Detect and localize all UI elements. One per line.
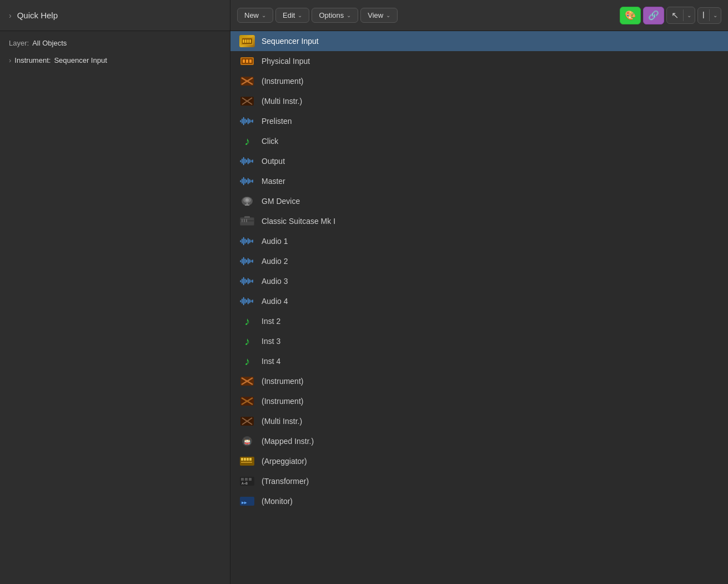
svg-rect-2 — [243, 39, 244, 43]
list-item[interactable]: Sequencer Input — [230, 31, 728, 51]
list-item[interactable]: Physical Input — [230, 51, 728, 71]
list-item-label: Master — [262, 177, 285, 186]
options-button[interactable]: Options ⌄ — [312, 8, 358, 23]
list-item[interactable]: (Instrument) — [230, 391, 728, 411]
text-cursor-icon: I — [702, 11, 705, 21]
list-item[interactable]: 🥁 (Mapped Instr.) — [230, 431, 728, 451]
svg-rect-84 — [242, 299, 243, 304]
options-chevron-icon: ⌄ — [347, 12, 351, 18]
svg-rect-19 — [243, 117, 244, 125]
svg-text:A→B: A→B — [242, 481, 248, 485]
svg-rect-22 — [248, 118, 249, 124]
list-item-label: (Monitor) — [262, 497, 293, 506]
link-icon: 🔗 — [648, 10, 659, 21]
instrument-value: Sequencer Input — [54, 56, 107, 64]
cursor-tool-chevron[interactable]: ⌄ — [683, 9, 695, 21]
list-item-label: Audio 3 — [262, 277, 288, 286]
list-item[interactable]: ▶▶ (Monitor) — [230, 491, 728, 511]
svg-rect-62 — [249, 239, 250, 243]
svg-rect-82 — [252, 279, 253, 282]
svg-point-46 — [245, 198, 249, 202]
list-item[interactable]: (Instrument) — [230, 371, 728, 391]
list-item[interactable]: (Multi Instr.) — [230, 91, 728, 111]
link-button[interactable]: 🔗 — [643, 7, 664, 24]
list-item[interactable]: A→B (Transformer) — [230, 471, 728, 491]
svg-rect-24 — [250, 120, 252, 122]
svg-rect-79 — [248, 278, 249, 284]
list-item[interactable]: (Multi Instr.) — [230, 411, 728, 431]
svg-rect-33 — [250, 160, 252, 162]
svg-rect-74 — [240, 280, 241, 282]
list-item[interactable]: Audio 1 — [230, 231, 728, 251]
list-item[interactable]: (Instrument) — [230, 71, 728, 91]
svg-rect-37 — [243, 177, 244, 185]
svg-rect-85 — [243, 297, 244, 305]
svg-rect-10 — [249, 59, 252, 63]
list-item-label: Inst 2 — [262, 317, 280, 326]
svg-rect-56 — [240, 240, 241, 242]
list-item[interactable]: Output — [230, 151, 728, 171]
list-item[interactable]: ♪ Inst 2 — [230, 311, 728, 331]
list-item[interactable]: ♪ Click — [230, 131, 728, 151]
view-button[interactable]: View ⌄ — [360, 8, 398, 23]
list-item[interactable]: ♪ Inst 4 — [230, 351, 728, 371]
svg-rect-86 — [245, 299, 246, 304]
cursor-tool-button[interactable]: ↖ — [667, 7, 683, 23]
list-item[interactable]: (Arpeggiator) — [230, 451, 728, 471]
edit-button[interactable]: Edit ⌄ — [275, 8, 309, 23]
list-item[interactable]: Audio 2 — [230, 251, 728, 271]
instrument-row: › Instrument: Sequencer Input — [9, 56, 221, 64]
svg-rect-57 — [242, 239, 243, 244]
list-item-label: Sequencer Input — [262, 37, 319, 46]
svg-rect-76 — [243, 277, 244, 285]
list-item[interactable]: GM Device — [230, 191, 728, 211]
svg-rect-70 — [248, 258, 249, 264]
layer-label: Layer: — [9, 39, 29, 47]
instrument-expand-icon[interactable]: › — [9, 56, 11, 64]
svg-rect-18 — [242, 119, 243, 124]
list-item[interactable]: Prelisten — [230, 111, 728, 131]
svg-rect-58 — [243, 237, 244, 245]
text-tool-chevron[interactable]: ⌄ — [709, 9, 721, 21]
svg-rect-71 — [249, 259, 250, 263]
list-item[interactable]: Audio 4 — [230, 291, 728, 311]
svg-rect-55 — [246, 219, 247, 222]
svg-rect-26 — [240, 160, 241, 162]
svg-text:▶▶: ▶▶ — [242, 500, 247, 505]
list-item[interactable]: ♪ Inst 3 — [230, 331, 728, 351]
svg-rect-29 — [245, 159, 246, 164]
svg-rect-80 — [249, 279, 250, 283]
svg-rect-63 — [250, 240, 252, 242]
svg-rect-53 — [242, 219, 243, 222]
svg-rect-77 — [245, 279, 246, 284]
list-item-label: Classic Suitcase Mk I — [262, 217, 335, 226]
svg-rect-110 — [241, 478, 244, 481]
svg-rect-81 — [250, 280, 252, 282]
sidebar-expand-icon[interactable]: › — [9, 11, 12, 20]
svg-rect-66 — [242, 259, 243, 264]
list-item-label: Output — [262, 157, 285, 166]
edit-chevron-icon: ⌄ — [298, 12, 302, 18]
text-cursor-button[interactable]: I — [698, 8, 709, 23]
svg-rect-108 — [241, 462, 252, 463]
list-item-label: (Multi Instr.) — [262, 417, 302, 426]
svg-rect-17 — [240, 120, 241, 122]
main-content: Layer: All Objects › Instrument: Sequenc… — [0, 31, 728, 584]
svg-rect-34 — [252, 159, 253, 162]
svg-rect-89 — [249, 299, 250, 303]
new-button[interactable]: New ⌄ — [237, 8, 273, 23]
svg-rect-88 — [248, 298, 249, 305]
svg-rect-69 — [246, 259, 247, 262]
svg-rect-23 — [249, 119, 250, 123]
svg-rect-9 — [246, 59, 248, 63]
list-item[interactable]: Classic Suitcase Mk I — [230, 211, 728, 231]
svg-rect-28 — [243, 157, 244, 165]
svg-rect-43 — [252, 179, 253, 182]
paint-button[interactable]: 🎨 — [620, 7, 641, 24]
sidebar: Layer: All Objects › Instrument: Sequenc… — [0, 31, 230, 584]
list-item[interactable]: Audio 3 — [230, 271, 728, 291]
svg-rect-60 — [246, 239, 247, 242]
svg-rect-30 — [246, 159, 247, 162]
list-item[interactable]: Master — [230, 171, 728, 191]
svg-rect-68 — [245, 259, 246, 264]
